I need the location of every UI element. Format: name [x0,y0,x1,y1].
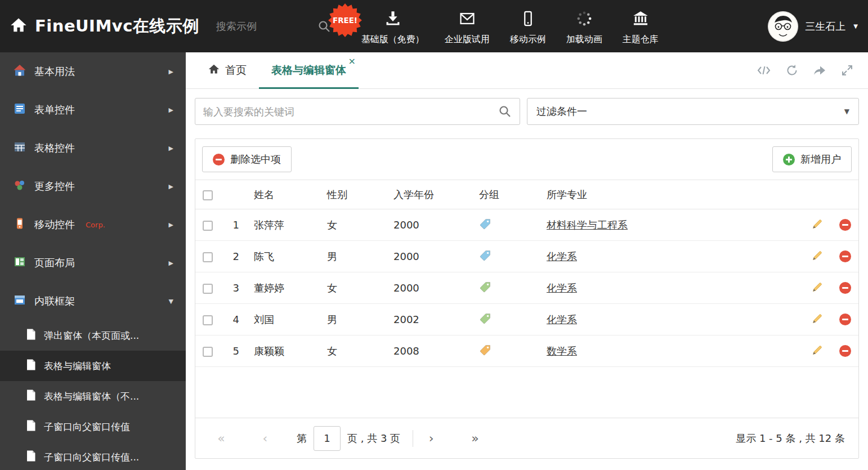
nav-label: 企业版试用 [445,34,490,46]
row-checkbox[interactable] [203,347,213,357]
home-icon [10,17,27,36]
chevron-right-icon: ▶ [169,221,173,229]
main-area: 首页 表格与编辑窗体 × [186,52,868,470]
column-major: 所学专业 [540,180,792,209]
share-icon[interactable] [813,64,826,77]
delete-row-icon[interactable] [839,314,851,325]
sidebar-subitem-label: 弹出窗体（本页面或... [44,329,139,342]
last-page-button[interactable]: » [463,431,487,445]
keyword-search-box [195,98,520,125]
caret-down-icon: ▼ [844,108,849,115]
sidebar-item-iframe[interactable]: 内联框架 ▼ [0,282,186,320]
bank-icon [633,11,648,29]
sidebar-item-form-controls[interactable]: 表单控件 ▶ [0,91,186,129]
edit-icon[interactable] [811,249,824,264]
row-checkbox[interactable] [203,221,213,231]
sidebar-item-label: 页面布局 [34,256,75,270]
cell-gender: 女 [320,272,387,304]
tag-icon [479,218,491,230]
delete-selected-label: 删除选中项 [230,153,281,166]
select-all-checkbox[interactable] [203,190,213,200]
nav-item-theme-repo[interactable]: 主题仓库 [623,7,659,46]
prev-page-button[interactable]: ‹ [253,431,278,445]
column-index [220,180,247,209]
widgets-icon [14,179,26,194]
row-checkbox[interactable] [203,284,213,294]
nav-item-loading-animation[interactable]: 加载动画 [566,7,602,46]
filter-dropdown[interactable]: 过滤条件一 ▼ [527,98,859,125]
expand-icon[interactable] [841,64,853,77]
top-search-input[interactable] [216,20,301,32]
edit-icon[interactable] [811,344,824,359]
cell-name: 董婷婷 [247,272,320,304]
sidebar-item-mobile-controls[interactable]: 移动控件 Corp. ▶ [0,205,186,244]
cell-gender: 男 [320,241,387,272]
sidebar-item-label: 内联框架 [34,294,75,308]
row-checkbox[interactable] [203,252,213,262]
chevron-right-icon: ▶ [169,183,173,190]
sidebar-subitem-grid-edit-window[interactable]: 表格与编辑窗体 [0,351,186,381]
sidebar-item-more-controls[interactable]: 更多控件 ▶ [0,167,186,205]
table-row: 4 刘国 男 2002 化学系 [195,304,858,335]
nav-item-basic-free[interactable]: FREE! 基础版（免费） [361,7,424,46]
major-link[interactable]: 化学系 [547,250,577,262]
cell-year: 2008 [387,335,472,367]
add-user-button[interactable]: 新增用户 [772,146,852,172]
sidebar-subitem-child-to-parent[interactable]: 子窗口向父窗口传值 [0,411,186,442]
refresh-icon[interactable] [786,64,798,77]
major-link[interactable]: 材料科学与工程系 [547,219,628,231]
sidebar-item-label: 表格控件 [34,141,75,155]
brand[interactable]: FineUIMvc在线示例 [10,15,199,38]
close-icon[interactable]: × [348,57,356,66]
sidebar-subitem-popup-window[interactable]: 弹出窗体（本页面或... [0,320,186,351]
tab-actions [757,52,868,88]
edit-icon[interactable] [811,218,824,232]
download-icon [385,11,401,29]
user-menu[interactable]: 三生石上 ▼ [768,11,858,42]
cell-gender: 女 [320,209,387,241]
row-index: 5 [220,335,247,367]
file-icon [26,420,36,433]
search-icon[interactable] [317,20,331,33]
file-icon [26,359,36,373]
column-year: 入学年份 [387,180,472,209]
row-checkbox[interactable] [203,315,213,325]
next-page-button[interactable]: › [419,431,444,445]
chevron-right-icon: ▶ [169,106,173,114]
delete-row-icon[interactable] [839,345,851,357]
delete-row-icon[interactable] [839,250,851,262]
cell-year: 2000 [387,272,472,304]
top-nav: FREE! 基础版（免费） 企业版试用 移动示例 [361,7,659,46]
source-code-icon[interactable] [757,65,771,76]
sidebar-subitem-grid-edit-window-no[interactable]: 表格与编辑窗体（不... [0,381,186,411]
tab-home[interactable]: 首页 [196,52,259,88]
sidebar-subitem-label: 子窗口向父窗口传值... [44,451,139,464]
sidebar-subitem-child-to-parent-2[interactable]: 子窗口向父窗口传值... [0,442,186,470]
minus-circle-icon [213,154,225,165]
edit-icon[interactable] [811,281,824,296]
column-name: 姓名 [247,180,320,209]
avatar [768,11,798,42]
nav-item-enterprise-trial[interactable]: 企业版试用 [445,7,490,46]
edit-icon[interactable] [811,312,824,327]
sidebar-item-page-layout[interactable]: 页面布局 ▶ [0,244,186,282]
major-link[interactable]: 化学系 [547,282,577,294]
filter-row: 过滤条件一 ▼ [195,98,859,125]
major-link[interactable]: 化学系 [547,314,577,325]
pager-divider [413,430,413,447]
sidebar-item-basic-usage[interactable]: 基本用法 ▶ [0,52,186,91]
sidebar-item-grid-controls[interactable]: 表格控件 ▶ [0,129,186,167]
mobile-icon [520,11,536,29]
caret-down-icon: ▼ [853,23,858,29]
delete-row-icon[interactable] [839,282,851,294]
page-number-input[interactable] [314,426,341,451]
delete-row-icon[interactable] [839,219,851,231]
nav-item-mobile-demo[interactable]: 移动示例 [510,7,546,46]
delete-selected-button[interactable]: 删除选中项 [202,146,292,172]
search-icon[interactable] [498,105,512,118]
first-page-button[interactable]: « [209,431,234,445]
free-badge-label: FREE! [333,16,357,25]
tab-grid-edit-window[interactable]: 表格与编辑窗体 × [259,52,359,88]
keyword-search-input[interactable] [203,106,498,118]
major-link[interactable]: 数学系 [547,345,577,357]
